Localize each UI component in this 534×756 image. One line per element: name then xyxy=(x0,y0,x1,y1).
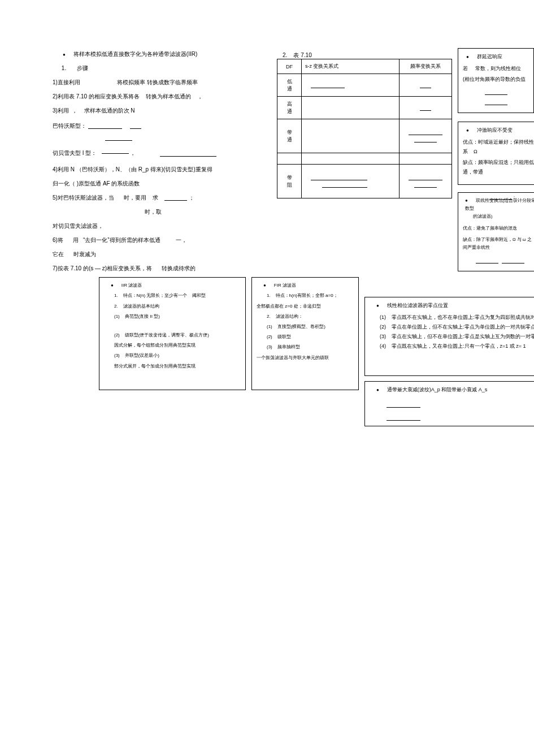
step-5a: 5)对巴特沃斯滤波器，当 xyxy=(53,195,114,201)
attenuation-title: 通带最大衰减(波纹)A_p 和阻带最小衰减 A_s xyxy=(376,385,534,395)
step-2b: 转换为样本低通的 xyxy=(146,93,191,100)
zeros-title: 线性相位滤波器的零点位置 xyxy=(376,301,534,310)
impulse-box: 冲激响应不受变 优点：时域逼近最好；保持线性关系 Ω 缺点：频率响应混迭；只能用… xyxy=(458,122,534,185)
step-2a: 2)利用表 7.10 的相应变换关系将各 xyxy=(53,93,140,100)
fir-title: FIR 滤波器 xyxy=(263,281,354,290)
group-delay-title: 群延迟响应 xyxy=(466,52,529,62)
step-6d: 一， xyxy=(176,237,187,243)
step-6f: 时衰减为 xyxy=(73,251,96,257)
step-6b: 用 xyxy=(73,237,79,243)
step-4: 4)利用 N （巴特沃斯），N、（由 R_p 得来)(切贝雪夫型)重复得 xyxy=(53,164,247,175)
step-6e: 它在 xyxy=(53,251,64,257)
step-5c: 求 xyxy=(153,195,158,201)
step-5e: 时，取 xyxy=(145,209,162,215)
iir-title: IIR 滤波器 xyxy=(111,281,241,290)
step-4b: 归一化（ )原型低通 AF 的系统函数 xyxy=(53,178,247,189)
zeros-box: 线性相位滤波器的零点位置 (1) 零点既不在实轴上，也不在单位圆上:零点为复为四… xyxy=(364,297,534,376)
left-content: 将样本模拟低通直接数字化为各种通带滤波器(IIR) 1. 步骤 1)直接利用 将… xyxy=(48,45,251,277)
td-bp: 带通 xyxy=(277,119,302,153)
conversion-table: DF s-z 变换关系式 频率变换关系 低通 高通 带通 带阻 xyxy=(277,59,452,198)
td-lp: 低通 xyxy=(277,74,302,97)
step-7b: 转换成待求的 xyxy=(162,265,196,271)
iir-box: IIR 滤波器 1. 特点：N(n) 无限长；至少有一个 阈和型 2. 滤波器的… xyxy=(99,277,246,390)
step-3b: ， xyxy=(72,107,77,114)
table-caption-text: 表 7.10 xyxy=(293,52,311,58)
step-1b: 将模拟频率 转换成数字临界频率 xyxy=(117,79,198,85)
step-3a: 3)利用 xyxy=(53,107,69,114)
step-6c: “去归一化”得到所需的样本低通 xyxy=(83,237,160,243)
step-3c: 求样本低通的阶次 N xyxy=(84,107,135,114)
group-delay-box: 群延迟响应 若 常数，则为线性相位 (相位对角频率的导数的负值 xyxy=(458,48,534,113)
th-sz: s-z 变换关系式 xyxy=(302,59,400,74)
step-7a: 7)按表 7.10 的(s — z)相应变换关系，将 xyxy=(53,265,152,271)
th-df: DF xyxy=(277,59,302,74)
td-bs: 带阻 xyxy=(277,165,302,198)
step-5d: ； xyxy=(189,195,194,201)
bw-label: 巴特沃斯型： xyxy=(53,123,86,129)
step-1a: 1)直接利用 xyxy=(53,79,80,85)
impulse-title: 冲激响应不受变 xyxy=(466,126,534,135)
step-num-1: 1. xyxy=(53,63,75,74)
table-caption-num: 2. xyxy=(283,52,287,58)
step-2c: ， xyxy=(197,93,203,100)
th-freq: 频率变换关系 xyxy=(400,59,452,74)
step-6a: 6)将 xyxy=(53,237,63,243)
cb-label: 切贝雪夫型 I 型： xyxy=(53,150,97,156)
step-5b: 时，要用 xyxy=(124,195,146,201)
attenuation-box: 通带最大衰减(波纹)A_p 和阻带最小衰减 A_s xyxy=(364,381,534,426)
left-title: 将样本模拟低通直接数字化为各种通带滤波器(IIR) xyxy=(53,49,247,59)
td-hp: 高通 xyxy=(277,97,302,119)
bilinear-box: 双线性变换法(适合设计分段常数型 的滤波器) 优点：避免了频率轴的混迭 缺点：除… xyxy=(458,192,534,271)
fir-box: FIR 滤波器 1. 特点：h(n)有限长；全部 a=0； 全部极点都在 z=0… xyxy=(251,277,359,390)
step-label-1: 步骤 xyxy=(77,65,88,71)
cb2-label: 对切贝雪夫滤波器， xyxy=(53,221,247,231)
